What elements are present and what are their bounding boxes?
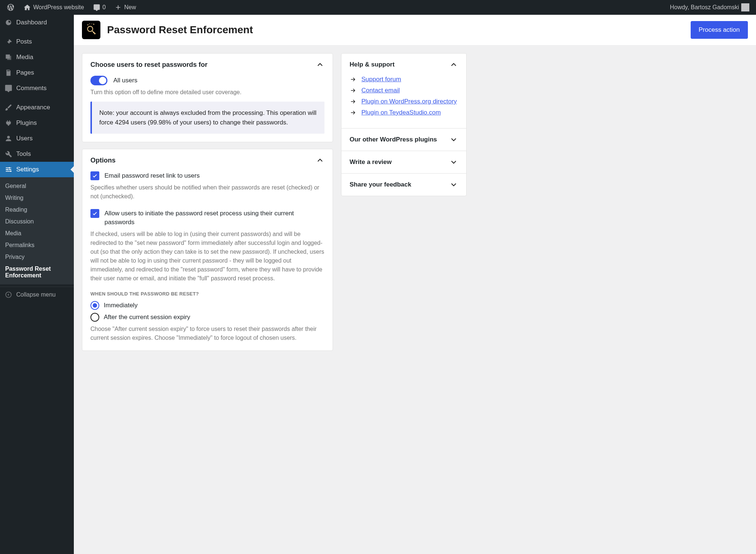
avatar bbox=[741, 3, 749, 11]
sidebar-item-label: Tools bbox=[16, 150, 31, 158]
sidebar-item-label: Appearance bbox=[16, 104, 50, 111]
wrench-icon bbox=[4, 150, 13, 158]
svg-point-1 bbox=[7, 169, 8, 170]
submenu-item-permalinks[interactable]: Permalinks bbox=[0, 239, 74, 251]
write-review-header[interactable]: Write a review bbox=[341, 151, 466, 173]
new-label: New bbox=[124, 4, 136, 11]
brush-icon bbox=[4, 103, 13, 112]
all-users-toggle[interactable] bbox=[90, 76, 107, 85]
user-icon bbox=[4, 134, 13, 143]
panel-title: Our other WordPress plugins bbox=[350, 136, 437, 143]
admin-sidebar: Dashboard Posts Media Pages Comments App… bbox=[0, 15, 74, 554]
radio-immediately-input[interactable] bbox=[90, 301, 99, 310]
sliders-icon bbox=[4, 165, 13, 174]
arrow-right-icon bbox=[350, 76, 356, 83]
sidebar-item-label: Pages bbox=[16, 69, 34, 76]
panel-title: Choose users to reset passwords for bbox=[90, 61, 207, 69]
sidebar-item-users[interactable]: Users bbox=[0, 131, 74, 146]
chevron-down-icon bbox=[449, 135, 458, 144]
settings-submenu: General Writing Reading Discussion Media… bbox=[0, 177, 74, 284]
radio-after-session-input[interactable] bbox=[90, 313, 99, 322]
support-forum-link-row: Support forum bbox=[350, 76, 458, 83]
help-support-header[interactable]: Help & support bbox=[341, 54, 466, 76]
chevron-up-icon bbox=[316, 60, 324, 69]
collapse-label: Collapse menu bbox=[16, 291, 56, 298]
chevron-up-icon bbox=[449, 60, 458, 69]
contact-email-link-row: Contact email bbox=[350, 87, 458, 94]
submenu-item-reading[interactable]: Reading bbox=[0, 204, 74, 216]
account-menu[interactable]: Howdy, Bartosz Gadomski bbox=[667, 0, 752, 15]
other-plugins-header[interactable]: Our other WordPress plugins bbox=[341, 128, 466, 151]
sidebar-item-media[interactable]: Media bbox=[0, 49, 74, 65]
chevron-down-icon bbox=[449, 158, 458, 167]
plug-icon bbox=[4, 119, 13, 127]
home-icon bbox=[24, 4, 31, 11]
chevron-up-icon bbox=[316, 156, 324, 165]
sidebar-item-settings[interactable]: Settings bbox=[0, 162, 74, 177]
chevron-down-icon bbox=[449, 180, 458, 189]
site-name-label: WordPress website bbox=[33, 4, 84, 11]
when-reset-heading: When should the password be reset? bbox=[90, 291, 324, 297]
submenu-item-media[interactable]: Media bbox=[0, 228, 74, 239]
teydea-link[interactable]: Plugin on TeydeaStudio.com bbox=[361, 109, 441, 116]
wporg-link-row: Plugin on WordPress.org directory bbox=[350, 98, 458, 105]
submenu-item-privacy[interactable]: Privacy bbox=[0, 251, 74, 263]
collapse-menu[interactable]: Collapse menu bbox=[0, 287, 74, 302]
sidebar-item-appearance[interactable]: Appearance bbox=[0, 100, 74, 115]
sidebar-item-comments[interactable]: Comments bbox=[0, 81, 74, 96]
options-panel: Options Email password reset link to use… bbox=[82, 149, 333, 351]
sidebar-panels: Help & support Support forum Contact ema… bbox=[341, 53, 467, 196]
plus-icon bbox=[114, 4, 122, 11]
collapse-icon bbox=[4, 291, 13, 299]
sidebar-item-pages[interactable]: Pages bbox=[0, 65, 74, 81]
choose-users-panel-header[interactable]: Choose users to reset passwords for bbox=[82, 54, 333, 76]
contact-email-link[interactable]: Contact email bbox=[361, 87, 400, 94]
teydea-link-row: Plugin on TeydeaStudio.com bbox=[350, 109, 458, 116]
radio-after-session[interactable]: After the current session expiry bbox=[90, 313, 324, 322]
page-header: Password Reset Enforcement Process actio… bbox=[74, 15, 756, 45]
radio-immediately-label: Immediately bbox=[104, 302, 138, 309]
submenu-item-writing[interactable]: Writing bbox=[0, 192, 74, 204]
submenu-item-discussion[interactable]: Discussion bbox=[0, 216, 74, 228]
svg-point-4 bbox=[87, 26, 93, 31]
all-users-help: Turn this option off to define more deta… bbox=[90, 89, 324, 96]
email-reset-link-desc: Specifies whether users should be notifi… bbox=[90, 183, 324, 201]
dashboard-icon bbox=[4, 18, 13, 27]
allow-current-password-checkbox[interactable] bbox=[90, 209, 99, 218]
comment-icon bbox=[93, 4, 100, 11]
greeting-label: Howdy, Bartosz Gadomski bbox=[670, 4, 739, 11]
support-forum-link[interactable]: Support forum bbox=[361, 76, 401, 83]
arrow-right-icon bbox=[350, 87, 356, 94]
wordpress-logo-icon bbox=[7, 3, 15, 11]
media-icon bbox=[4, 53, 13, 61]
arrow-right-icon bbox=[350, 109, 356, 116]
sidebar-item-plugins[interactable]: Plugins bbox=[0, 115, 74, 131]
wp-logo-menu[interactable] bbox=[4, 0, 18, 15]
radio-immediately[interactable]: Immediately bbox=[90, 301, 324, 310]
share-feedback-header[interactable]: Share your feedback bbox=[341, 173, 466, 196]
new-content-menu[interactable]: New bbox=[111, 0, 139, 15]
email-reset-link-label: Email password reset link to users bbox=[104, 171, 200, 180]
wporg-directory-link[interactable]: Plugin on WordPress.org directory bbox=[361, 98, 457, 105]
sidebar-item-posts[interactable]: Posts bbox=[0, 34, 74, 49]
arrow-right-icon bbox=[350, 98, 356, 105]
panel-title: Write a review bbox=[350, 158, 392, 166]
plugin-icon bbox=[82, 21, 100, 39]
allow-current-password-label: Allow users to initiate the password res… bbox=[104, 209, 324, 227]
sidebar-item-label: Media bbox=[16, 54, 33, 61]
submenu-item-password-reset[interactable]: Password Reset Enforcement bbox=[0, 263, 74, 281]
sidebar-item-label: Users bbox=[16, 135, 32, 142]
admin-topbar: WordPress website 0 New Howdy, Bartosz G… bbox=[0, 0, 756, 15]
sidebar-item-tools[interactable]: Tools bbox=[0, 146, 74, 162]
site-name-menu[interactable]: WordPress website bbox=[21, 0, 87, 15]
options-panel-header[interactable]: Options bbox=[82, 149, 333, 171]
process-action-button[interactable]: Process action bbox=[691, 21, 748, 39]
comments-menu[interactable]: 0 bbox=[90, 0, 109, 15]
submenu-item-general[interactable]: General bbox=[0, 180, 74, 192]
svg-point-0 bbox=[9, 167, 10, 169]
email-reset-link-checkbox[interactable] bbox=[90, 171, 99, 180]
sidebar-item-label: Comments bbox=[16, 85, 47, 92]
exclusion-notice: Note: your account is always excluded fr… bbox=[90, 102, 324, 134]
sidebar-item-dashboard[interactable]: Dashboard bbox=[0, 15, 74, 30]
page-title: Password Reset Enforcement bbox=[107, 24, 253, 36]
